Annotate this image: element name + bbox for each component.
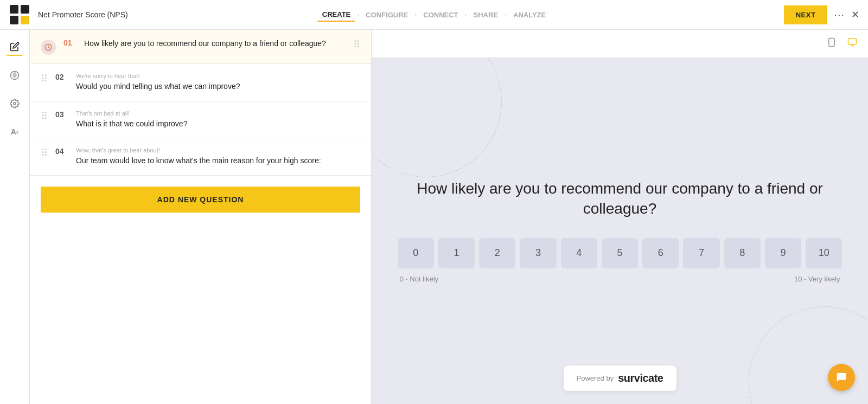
nav-step-configure[interactable]: CONFIGURE (361, 9, 412, 21)
question-item-1[interactable]: 01 How likely are you to recommend our c… (30, 30, 371, 64)
nps-button-5[interactable]: 5 (602, 238, 638, 268)
svg-rect-3 (21, 16, 29, 24)
preview-content: How likely are you to recommend our comp… (372, 58, 868, 404)
question-label-3: That's not bad at all! (76, 110, 360, 117)
drag-handle-4: ⠿ (41, 147, 48, 159)
mobile-preview-button[interactable] (825, 35, 839, 52)
question-item-2[interactable]: ⠿ 02 We're sorry to hear that! Would you… (30, 64, 371, 101)
nav-actions: NEXT ··· ✕ (784, 5, 859, 24)
question-number-4: 04 (55, 147, 68, 156)
next-button[interactable]: NEXT (784, 5, 828, 24)
close-button[interactable]: ✕ (851, 9, 859, 21)
chevron-icon-1: › (357, 11, 359, 18)
deco-circle-bottom-right (749, 306, 868, 404)
question-number-3: 03 (55, 110, 68, 119)
survey-card: How likely are you to recommend our comp… (376, 179, 864, 283)
question-item-3[interactable]: ⠿ 03 That's not bad at all! What is it t… (30, 101, 371, 139)
nps-label-low: 0 - Not likely (400, 275, 439, 283)
nps-button-4[interactable]: 4 (561, 238, 597, 268)
question-label-4: Wow, that's great to hear about! (76, 147, 360, 153)
question-content-1: How likely are you to recommend our comp… (84, 39, 343, 49)
preview-toolbar (372, 30, 868, 58)
nps-button-0[interactable]: 0 (398, 238, 434, 268)
svg-point-5 (14, 102, 16, 105)
question-label-2: We're sorry to hear that! (76, 73, 360, 79)
drag-handle-3: ⠿ (41, 110, 48, 122)
nps-button-6[interactable]: 6 (642, 238, 679, 268)
powered-by-text: Powered by (577, 374, 614, 382)
nps-button-3[interactable]: 3 (520, 238, 556, 268)
sidebar-icon-translate[interactable]: Az (6, 123, 23, 140)
question-text-4: Our team would love to know what's the m… (76, 156, 360, 166)
chat-bubble-button[interactable] (828, 364, 855, 391)
nps-label-high: 10 - Very likely (794, 275, 840, 283)
nav-step-connect[interactable]: CONNECT (419, 9, 462, 21)
chevron-icon-2: › (414, 11, 417, 18)
nps-button-10[interactable]: 10 (806, 238, 842, 268)
nps-button-1[interactable]: 1 (438, 238, 475, 268)
nav-step-analyze[interactable]: ANALYZE (509, 9, 550, 21)
drag-handle-2: ⠿ (41, 73, 48, 85)
chevron-icon-4: › (505, 11, 507, 18)
drag-handle-1: ⠿ (353, 39, 360, 50)
add-question-button[interactable]: ADD NEW QUESTION (41, 187, 360, 213)
nps-button-2[interactable]: 2 (479, 238, 515, 268)
svg-rect-7 (829, 39, 835, 47)
question-content-3: That's not bad at all! What is it that w… (76, 110, 360, 130)
question-text-2: Would you mind telling us what we can im… (76, 81, 360, 92)
question-text-1: How likely are you to recommend our comp… (84, 39, 343, 49)
main-layout: Az 01 How likely are you to recommend ou… (0, 30, 868, 404)
survicate-brand: survicate (618, 372, 663, 384)
app-title: Net Promoter Score (NPS) (38, 10, 128, 19)
question-item-4[interactable]: ⠿ 04 Wow, that's great to hear about! Ou… (30, 138, 371, 176)
desktop-preview-button[interactable] (845, 35, 859, 52)
svg-rect-2 (10, 16, 18, 24)
sidebar-icons: Az (0, 30, 30, 404)
sidebar-icon-settings[interactable] (6, 95, 23, 112)
sidebar-icon-edit[interactable] (6, 39, 23, 56)
more-options-button[interactable]: ··· (834, 9, 845, 21)
question-list: 01 How likely are you to recommend our c… (30, 30, 372, 404)
svg-rect-1 (21, 5, 29, 14)
question-number-2: 02 (55, 73, 68, 81)
question-content-2: We're sorry to hear that! Would you mind… (76, 73, 360, 92)
sidebar-icon-theme[interactable] (6, 67, 23, 84)
svg-rect-9 (848, 39, 857, 44)
question-content-4: Wow, that's great to hear about! Our tea… (76, 147, 360, 166)
question-number-1: 01 (63, 39, 76, 47)
nps-button-9[interactable]: 9 (765, 238, 801, 268)
top-navigation: Net Promoter Score (NPS) CREATE › CONFIG… (0, 0, 868, 30)
nps-button-7[interactable]: 7 (683, 238, 719, 268)
question-type-icon-1 (41, 40, 56, 55)
svg-rect-0 (10, 5, 18, 14)
chevron-icon-3: › (465, 11, 467, 18)
nps-labels: 0 - Not likely 10 - Very likely (398, 275, 843, 283)
question-text-3: What is it that we could improve? (76, 119, 360, 130)
nav-step-share[interactable]: SHARE (469, 9, 503, 21)
app-logo (9, 4, 30, 25)
preview-area: How likely are you to recommend our comp… (372, 30, 868, 404)
nps-scale: 0 1 2 3 4 5 6 7 8 9 10 (398, 238, 843, 268)
nav-step-create[interactable]: CREATE (318, 8, 355, 22)
powered-by-badge: Powered by survicate (564, 365, 676, 391)
nps-button-8[interactable]: 8 (724, 238, 761, 268)
survey-question-text: How likely are you to recommend our comp… (398, 179, 843, 219)
nav-steps: CREATE › CONFIGURE › CONNECT › SHARE › A… (318, 8, 550, 22)
deco-circle-top-left (372, 58, 502, 177)
